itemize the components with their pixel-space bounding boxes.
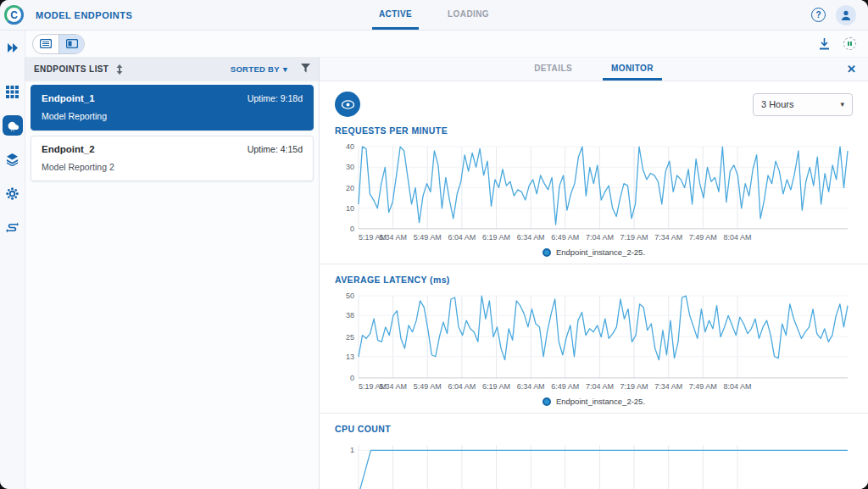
- latency-plot: 5:19 AM5:34 AM5:49 AM6:04 AM6:19 AM6:34 …: [335, 292, 853, 395]
- endpoint-description: Model Reporting 2: [42, 162, 303, 172]
- svg-text:5:49 AM: 5:49 AM: [414, 382, 442, 391]
- sidebar-item-settings[interactable]: [3, 183, 23, 203]
- caret-down-icon: ▾: [840, 100, 844, 108]
- chart-legend[interactable]: Endpoint_instance_2-25.: [335, 397, 853, 406]
- download-button[interactable]: [819, 38, 830, 50]
- requests-plot: 5:19 AM5:34 AM5:49 AM6:04 AM6:19 AM6:34 …: [335, 142, 853, 246]
- svg-text:6:49 AM: 6:49 AM: [551, 382, 579, 391]
- svg-text:6:19 AM: 6:19 AM: [482, 382, 510, 391]
- endpoint-card-1[interactable]: Endpoint_1 Uptime: 9:18d Model Reporting: [31, 85, 314, 131]
- svg-text:6:49 AM: 6:49 AM: [551, 233, 579, 242]
- svg-text:6:34 AM: 6:34 AM: [517, 382, 545, 391]
- svg-text:7:49 AM: 7:49 AM: [689, 233, 717, 242]
- endpoint-uptime: Uptime: 4:15d: [248, 144, 303, 154]
- monitor-controls: 3 Hours ▾: [335, 92, 853, 117]
- svg-text:6:34 AM: 6:34 AM: [517, 233, 545, 242]
- chart-title: CPU COUNT: [335, 424, 853, 434]
- help-icon[interactable]: ?: [811, 8, 826, 22]
- split-view-icon: [66, 39, 78, 48]
- endpoint-card-2[interactable]: Endpoint_2 Uptime: 4:15d Model Reporting…: [31, 136, 314, 181]
- svg-text:7:19 AM: 7:19 AM: [620, 233, 648, 242]
- cpu-count-chart: CPU COUNT 1: [335, 424, 853, 489]
- sidebar-item-pipelines[interactable]: [3, 217, 23, 237]
- eye-icon: [342, 100, 354, 109]
- app-logo-icon: C: [4, 5, 24, 25]
- user-avatar[interactable]: [836, 5, 856, 25]
- chart-title: REQUESTS PER MINUTE: [335, 125, 853, 136]
- svg-text:25: 25: [346, 333, 354, 342]
- sorted-by-label: SORTED BY: [231, 64, 280, 74]
- legend-label: Endpoint_instance_2-25.: [556, 397, 645, 406]
- section-divider: [320, 264, 868, 264]
- endpoints-cards: Endpoint_1 Uptime: 9:18d Model Reporting…: [25, 81, 319, 186]
- svg-text:13: 13: [346, 353, 354, 361]
- svg-text:7:34 AM: 7:34 AM: [654, 382, 682, 391]
- svg-text:20: 20: [346, 184, 354, 192]
- view-toggle-group: [32, 34, 85, 54]
- svg-text:6:19 AM: 6:19 AM: [482, 233, 510, 242]
- swap-vertical-icon: [115, 64, 124, 75]
- endpoint-uptime: Uptime: 9:18d: [248, 93, 303, 103]
- route-icon: [6, 222, 19, 233]
- endpoint-description: Model Reporting: [42, 111, 303, 121]
- endpoint-name: Endpoint_2: [42, 144, 95, 154]
- list-view-button[interactable]: [33, 35, 58, 53]
- sidebar-item-layers[interactable]: [3, 149, 23, 169]
- sorted-by-dropdown[interactable]: SORTED BY ▾: [231, 64, 287, 74]
- swap-vertical-button[interactable]: [115, 64, 124, 75]
- svg-text:7:19 AM: 7:19 AM: [620, 382, 648, 391]
- section-divider: [320, 413, 868, 414]
- time-range-select[interactable]: 3 Hours ▾: [753, 93, 853, 116]
- average-latency-chart: AVERAGE LATENCY (ms) 5:19 AM5:34 AM5:49 …: [335, 275, 853, 406]
- svg-text:38: 38: [346, 311, 354, 320]
- tab-active[interactable]: ACTIVE: [372, 0, 419, 30]
- sidebar-item-projects[interactable]: [3, 81, 23, 102]
- svg-text:7:04 AM: 7:04 AM: [586, 382, 614, 391]
- svg-text:10: 10: [346, 204, 354, 213]
- double-chevron-right-icon: [7, 43, 19, 53]
- chart-legend[interactable]: Endpoint_instance_2-25.: [335, 247, 853, 257]
- svg-text:40: 40: [346, 142, 354, 151]
- legend-label: Endpoint_instance_2-25.: [556, 247, 645, 257]
- close-icon[interactable]: ✕: [847, 58, 856, 81]
- legend-dot-icon: [542, 248, 551, 257]
- legend-dot-icon: [542, 397, 551, 406]
- svg-text:8:04 AM: 8:04 AM: [724, 233, 752, 242]
- svg-text:7:34 AM: 7:34 AM: [654, 233, 682, 242]
- sidebar-expand-button[interactable]: [3, 37, 23, 58]
- svg-text:1: 1: [350, 446, 354, 454]
- svg-text:6:04 AM: 6:04 AM: [448, 382, 476, 391]
- svg-text:8:04 AM: 8:04 AM: [724, 382, 752, 391]
- svg-text:5:34 AM: 5:34 AM: [379, 382, 407, 391]
- sidebar-item-model-endpoints[interactable]: [3, 115, 23, 136]
- person-icon: [840, 9, 852, 21]
- tab-monitor[interactable]: MONITOR: [603, 58, 662, 81]
- svg-text:7:04 AM: 7:04 AM: [586, 233, 614, 242]
- requests-per-minute-chart: REQUESTS PER MINUTE 5:19 AM5:34 AM5:49 A…: [335, 125, 853, 257]
- layers-icon: [6, 153, 19, 166]
- grid-icon: [6, 86, 19, 98]
- toolbar: [25, 31, 868, 58]
- pause-icon: [843, 37, 856, 50]
- filter-icon: [301, 64, 310, 73]
- gear-icon: [6, 187, 19, 200]
- cloud-endpoint-icon: [6, 119, 19, 131]
- tab-details[interactable]: DETAILS: [526, 58, 581, 81]
- svg-text:6:04 AM: 6:04 AM: [448, 233, 476, 242]
- page-title: MODEL ENDPOINTS: [36, 10, 132, 20]
- visibility-button[interactable]: [335, 92, 360, 117]
- cpu-plot: 1: [335, 441, 853, 489]
- monitor-body: 3 Hours ▾ REQUESTS PER MINUTE 5:19 AM5:3…: [320, 81, 868, 489]
- svg-text:0: 0: [350, 225, 354, 233]
- sidebar-rail: [0, 31, 25, 489]
- svg-text:7:49 AM: 7:49 AM: [689, 382, 717, 391]
- monitor-panel: DETAILS MONITOR ✕: [320, 58, 868, 489]
- tab-loading[interactable]: LOADING: [441, 0, 496, 30]
- split-view-button[interactable]: [58, 35, 84, 53]
- auto-refresh-pause-button[interactable]: [843, 37, 856, 50]
- top-actions: ?: [811, 5, 868, 25]
- list-view-icon: [40, 39, 52, 48]
- filter-button[interactable]: [301, 64, 310, 75]
- toolbar-right: [819, 37, 856, 50]
- monitor-tab-bar: DETAILS MONITOR ✕: [320, 58, 868, 81]
